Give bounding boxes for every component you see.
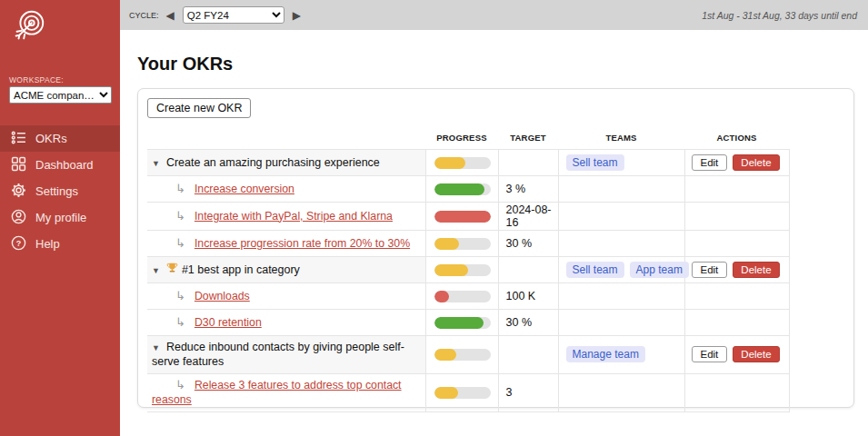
progress-cell — [425, 310, 498, 336]
create-okr-button[interactable]: Create new OKR — [147, 98, 251, 118]
workspace-section: WORKSPACE: ACME compan… — [9, 75, 112, 104]
team-badge: Sell team — [566, 262, 624, 278]
key-result-row: ↳D30 retention30 % — [147, 310, 789, 336]
target-value: 30 % — [498, 231, 558, 257]
actions-cell — [684, 203, 789, 231]
cycle-select[interactable]: Q2 FY24 — [183, 6, 284, 24]
actions-cell — [684, 373, 789, 412]
teams-cell: Manage team — [558, 336, 684, 374]
name-cell: ↳Release 3 features to address top conta… — [147, 373, 425, 412]
team-badge: App team — [630, 262, 689, 278]
expand-toggle-icon[interactable]: ▼ — [152, 266, 160, 277]
target-value: 2024-08-16 — [498, 203, 558, 231]
progress-column-header: PROGRESS — [425, 133, 498, 150]
progress-bar — [434, 183, 491, 195]
key-result-link[interactable]: Downloads — [195, 290, 250, 302]
edit-button[interactable]: Edit — [692, 262, 728, 278]
target-dart-logo — [9, 8, 120, 50]
edit-button[interactable]: Edit — [692, 154, 728, 171]
objective-row: ▼Reduce inbound contacts by giving peopl… — [147, 336, 789, 374]
sidebar-item-label: OKRs — [35, 132, 67, 145]
target-value: 100 K — [498, 283, 558, 310]
key-result-link[interactable]: Increase progression rate from 20% to 30… — [195, 237, 410, 250]
name-cell: ↳D30 retention — [147, 310, 425, 336]
progress-cell — [425, 336, 498, 374]
actions-cell — [684, 176, 789, 203]
target-value — [498, 336, 558, 374]
sidebar-item-my-profile[interactable]: My profile — [0, 204, 120, 231]
edit-button[interactable]: Edit — [692, 346, 728, 362]
actions-cell: EditDelete — [684, 336, 789, 374]
gear-icon — [11, 183, 26, 201]
target-value: 30 % — [498, 310, 558, 336]
sub-arrow-icon: ↳ — [175, 315, 185, 329]
key-result-link[interactable]: D30 retention — [195, 316, 262, 329]
actions-cell — [684, 231, 789, 257]
progress-bar — [434, 264, 491, 276]
progress-fill — [434, 349, 457, 361]
name-cell: ▼Create an amazing purchasing experience — [147, 150, 425, 176]
objective-row: ▼Create an amazing purchasing experience… — [147, 150, 789, 176]
sidebar-item-settings[interactable]: Settings — [0, 178, 120, 204]
sidebar-item-help[interactable]: ?Help — [0, 231, 120, 257]
progress-fill — [434, 238, 460, 250]
workspace-select[interactable]: ACME compan… — [9, 86, 112, 104]
target-value: 3 % — [498, 176, 558, 203]
okr-list-icon — [11, 130, 26, 148]
key-result-row: ↳Increase conversion3 % — [147, 176, 789, 203]
sidebar-item-dashboard[interactable]: Dashboard — [0, 152, 120, 178]
key-result-link[interactable]: Integrate with PayPal, Stripe and Klarna — [195, 210, 393, 223]
sub-arrow-icon: ↳ — [175, 182, 185, 195]
progress-cell — [425, 283, 498, 310]
svg-text:?: ? — [16, 238, 22, 247]
page-title: Your OKRs — [137, 54, 868, 74]
main-area: CYCLE: ◀ Q2 FY24 ▶ 1st Aug - 31st Aug, 3… — [120, 0, 868, 436]
teams-cell — [558, 176, 684, 203]
name-cell: ↳Integrate with PayPal, Stripe and Klarn… — [147, 203, 425, 231]
progress-bar — [434, 157, 491, 169]
key-result-link[interactable]: Increase conversion — [195, 183, 294, 195]
sidebar-item-okrs[interactable]: OKRs — [0, 125, 120, 152]
sidebar-nav: OKRsDashboardSettingsMy profile?Help — [0, 125, 120, 257]
sidebar: WORKSPACE: ACME compan… OKRsDashboardSet… — [0, 0, 120, 436]
teams-cell — [558, 203, 684, 231]
progress-fill — [434, 317, 484, 329]
objective-row: ▼#1 best app in categorySell teamApp tea… — [147, 257, 789, 283]
teams-cell — [558, 373, 684, 412]
workspace-label: WORKSPACE: — [9, 75, 112, 84]
name-column-header — [147, 133, 425, 150]
prev-cycle-icon[interactable]: ◀ — [166, 10, 175, 21]
sub-arrow-icon: ↳ — [175, 236, 185, 250]
sidebar-item-label: My profile — [35, 211, 86, 224]
objective-title: #1 best app in category — [182, 263, 300, 276]
name-cell: ▼#1 best app in category — [147, 257, 425, 283]
next-cycle-icon[interactable]: ▶ — [293, 10, 301, 21]
objective-title: Create an amazing purchasing experience — [166, 156, 380, 169]
delete-button[interactable]: Delete — [733, 346, 779, 362]
key-result-link[interactable]: Release 3 features to address top contac… — [152, 379, 402, 407]
key-result-row: ↳Integrate with PayPal, Stripe and Klarn… — [147, 203, 789, 231]
delete-button[interactable]: Delete — [733, 262, 779, 278]
key-result-row: ↳Downloads100 K — [147, 283, 789, 310]
name-cell: ↳Increase progression rate from 20% to 3… — [147, 231, 425, 257]
sub-arrow-icon: ↳ — [175, 378, 185, 391]
target-column-header: TARGET — [498, 133, 558, 150]
progress-bar — [434, 238, 491, 250]
progress-fill — [434, 157, 465, 169]
help-icon: ? — [11, 235, 26, 253]
progress-cell — [425, 150, 498, 176]
okr-table: PROGRESS TARGET TEAMS ACTIONS ▼Create an… — [147, 133, 790, 412]
progress-cell — [425, 257, 498, 283]
expand-toggle-icon[interactable]: ▼ — [152, 159, 160, 170]
cycle-topbar: CYCLE: ◀ Q2 FY24 ▶ 1st Aug - 31st Aug, 3… — [120, 0, 868, 30]
actions-cell: EditDelete — [684, 257, 789, 283]
progress-bar — [434, 387, 491, 399]
expand-toggle-icon[interactable]: ▼ — [152, 343, 160, 354]
target-value: 3 — [498, 373, 558, 412]
progress-fill — [434, 264, 468, 276]
progress-fill — [434, 387, 458, 399]
key-result-row: ↳Increase progression rate from 20% to 3… — [147, 231, 789, 257]
target-value — [498, 150, 558, 176]
actions-cell — [684, 310, 789, 336]
delete-button[interactable]: Delete — [733, 154, 779, 171]
